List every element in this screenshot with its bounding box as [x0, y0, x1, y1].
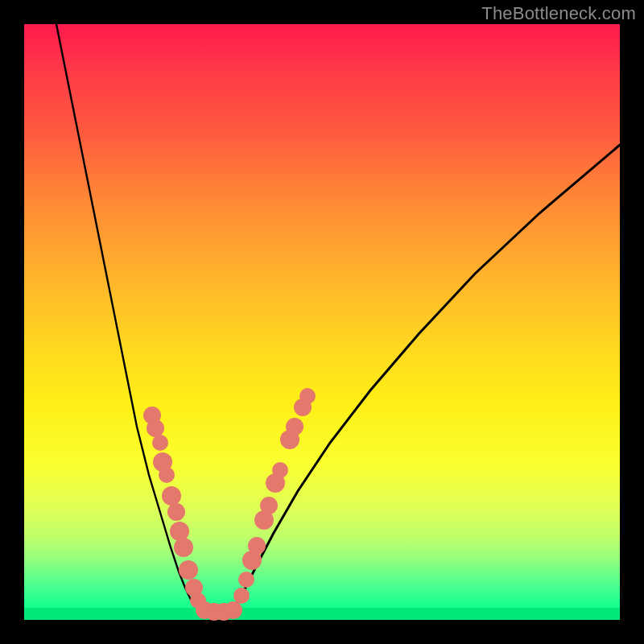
curve-right-branch	[232, 145, 620, 612]
chart-frame: TheBottleneck.com	[0, 0, 644, 644]
curve-layer	[24, 24, 620, 620]
data-point-bottom	[225, 601, 242, 619]
data-point-right	[272, 462, 288, 478]
data-point-left	[152, 435, 168, 451]
data-point-right	[248, 537, 266, 555]
data-point-left	[174, 538, 193, 557]
plot-area	[24, 24, 620, 620]
data-point-left	[159, 467, 175, 483]
data-point-right	[299, 388, 316, 404]
curve-left-branch	[56, 24, 209, 612]
watermark-text: TheBottleneck.com	[481, 3, 636, 24]
data-point-right	[260, 497, 278, 514]
data-point-right	[238, 572, 254, 588]
data-point-right	[286, 418, 303, 436]
data-point-left	[179, 560, 198, 580]
data-point-left	[167, 503, 185, 521]
